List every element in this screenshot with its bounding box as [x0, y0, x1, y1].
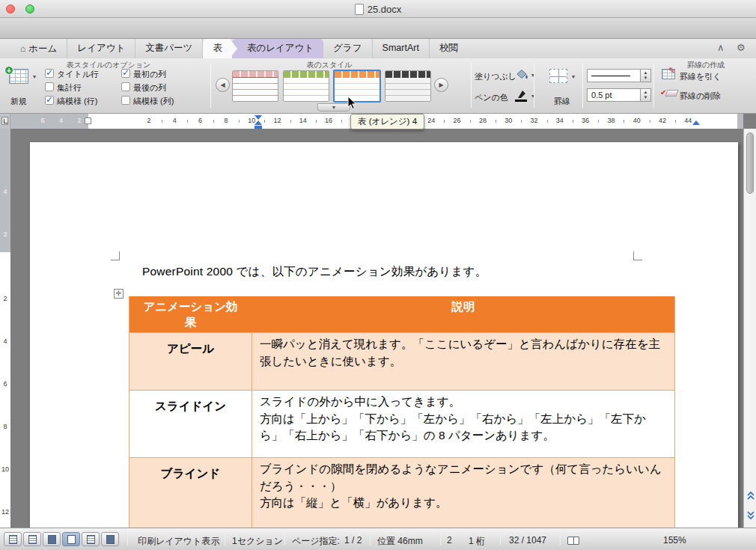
ruler-number: 16	[325, 117, 332, 124]
column-number: 1 桁	[469, 535, 485, 548]
ruler-tick	[444, 120, 445, 123]
tab-document-parts[interactable]: 文書パーツ	[135, 39, 203, 58]
fill-bucket-icon[interactable]	[515, 69, 528, 83]
vertical-scrollbar[interactable]	[743, 129, 756, 528]
line-weight-value: 0.5 pt	[591, 91, 612, 100]
group-separator	[534, 63, 534, 108]
ribbon: 表スタイルのオプション + ▾ 新規 タイトル行 集計行 縞模様 (行) 最初の…	[0, 58, 756, 114]
proofing-status-icon[interactable]	[567, 537, 579, 545]
double-chevron-up-icon	[746, 490, 755, 501]
line-style-stepper[interactable]: ▲▼	[641, 69, 651, 82]
collapse-ribbon-button[interactable]: ∧	[717, 42, 725, 53]
style-tooltip: 表 (オレンジ) 4	[350, 114, 424, 129]
tab-tables[interactable]: 表	[203, 39, 232, 58]
table-style-thumbnail-red[interactable]	[232, 70, 278, 102]
borders-label: 罫線	[554, 96, 570, 107]
tab-charts[interactable]: グラフ	[323, 39, 372, 58]
separator	[500, 534, 501, 546]
word-count[interactable]: 32 / 1047	[509, 535, 546, 546]
tab-home[interactable]: ⌂ホーム	[10, 39, 67, 58]
plus-icon: +	[4, 66, 13, 75]
ruler-number: 28	[479, 117, 487, 124]
separator	[370, 534, 371, 546]
previous-page-button[interactable]	[745, 486, 756, 504]
ruler-number: 24	[427, 117, 435, 124]
table-row: ブラインド ブラインドの隙間を閉めるようなアニメーションです（何て言ったらいいん…	[129, 458, 674, 528]
next-page-button[interactable]	[745, 507, 756, 525]
group-label-table-styles: 表のスタイル	[225, 60, 434, 70]
ruler-tick	[239, 120, 240, 123]
line-style-combobox[interactable]	[587, 69, 641, 82]
first-line-indent-marker[interactable]	[254, 115, 262, 120]
table-cell-name: スライドイン	[129, 391, 252, 457]
ruler-number: 2	[147, 117, 150, 124]
notebook-view-icon	[87, 535, 95, 544]
ruler-tick	[650, 120, 650, 123]
checkbox-first-column[interactable]	[121, 69, 130, 78]
separator	[440, 534, 441, 546]
erase-border-label: 罫線の削除	[680, 91, 721, 102]
page-indicator-label: ページ指定:	[292, 535, 340, 548]
tab-layout[interactable]: レイアウト	[67, 39, 135, 58]
margin-marker[interactable]	[85, 117, 91, 124]
gear-icon[interactable]: ⚙	[737, 42, 746, 53]
checkbox-header-row[interactable]	[45, 69, 54, 78]
ruler-corner	[0, 114, 10, 129]
fill-label: 塗りつぶし	[475, 71, 516, 82]
separator	[560, 534, 561, 546]
hanging-indent-marker[interactable]	[254, 120, 262, 125]
ruler-number: 6	[40, 117, 44, 124]
line-weight-combobox[interactable]: 0.5 pt	[587, 88, 641, 102]
gallery-expand-button[interactable]: ▼	[317, 103, 350, 111]
table-style-thumbnail-orange-selected[interactable]	[333, 70, 381, 103]
table-move-handle[interactable]: ✛	[114, 289, 124, 299]
title-bar: 25.docx	[0, 0, 756, 18]
ruler-number: 2	[77, 117, 81, 124]
checkbox-last-column[interactable]	[121, 82, 130, 91]
document-table[interactable]: アニメーション効果 説明 アピール 一瞬パッと消えて現れます。「ここにいるぞー」…	[129, 296, 675, 528]
standard-toolbar: ▾ ✂ ↶▾ ↷▾ ¶ ▾ A 15...▾ ? ▾	[0, 18, 756, 39]
ruler-tick	[187, 120, 188, 123]
ruler-number: 8	[224, 117, 228, 124]
right-indent-marker[interactable]	[692, 120, 700, 125]
gallery-scroll-right-button[interactable]: ▶	[434, 78, 448, 92]
ruler-number: 38	[607, 117, 615, 124]
document-area: PowerPoint 2000 では、以下のアニメーション効果があります。 ✛ …	[10, 129, 743, 528]
line-number: 2	[447, 535, 452, 546]
status-bar: 印刷レイアウト表示 1セクション ページ指定: 1 / 2 位置 46mm 2 …	[0, 528, 756, 550]
table-style-thumbnail-green[interactable]	[283, 70, 329, 102]
pencil-icon: ✎	[668, 66, 675, 76]
tab-stop-selector[interactable]	[1, 117, 8, 125]
checkbox-total-row[interactable]	[45, 82, 54, 91]
separator	[284, 534, 285, 546]
scrollbar-thumb[interactable]	[746, 132, 754, 194]
tab-table-layout[interactable]: 表のレイアウト	[232, 39, 323, 58]
table-style-thumbnail-black[interactable]	[385, 70, 431, 102]
line-weight-stepper[interactable]: ▲▼	[641, 88, 651, 102]
gallery-scroll-left-button[interactable]: ◀	[216, 78, 230, 92]
view-mode-label: 印刷レイアウト表示	[138, 535, 219, 548]
view-print-layout-button[interactable]	[62, 532, 80, 546]
publishing-view-icon	[48, 535, 56, 544]
section-label: 1セクション	[232, 535, 283, 548]
ruler-number: 44	[684, 117, 692, 124]
checkbox-label: 最後の列	[133, 82, 166, 94]
checkbox-banded-rows[interactable]	[45, 96, 54, 105]
ruler-tick	[470, 120, 471, 123]
mouse-cursor	[347, 96, 357, 113]
view-focus-button[interactable]	[101, 532, 119, 546]
document-page[interactable]: PowerPoint 2000 では、以下のアニメーション効果があります。 ✛ …	[30, 142, 738, 528]
ruler-number: 10	[1, 465, 9, 473]
view-outline-button[interactable]	[23, 532, 41, 546]
view-draft-button[interactable]	[4, 532, 22, 546]
page-indicator-value[interactable]: 1 / 2	[344, 535, 362, 546]
table-cell-name: ブラインド	[129, 458, 252, 528]
tab-smartart[interactable]: SmartArt	[373, 39, 430, 58]
ruler-number: 32	[530, 117, 537, 124]
view-publishing-button[interactable]	[43, 532, 61, 546]
view-notebook-button[interactable]	[82, 532, 100, 546]
ruler-number: 8	[3, 423, 7, 430]
checkbox-banded-columns[interactable]	[121, 96, 130, 105]
tab-review[interactable]: 校閲	[430, 39, 468, 58]
table-cell-name: アピール	[129, 333, 252, 390]
